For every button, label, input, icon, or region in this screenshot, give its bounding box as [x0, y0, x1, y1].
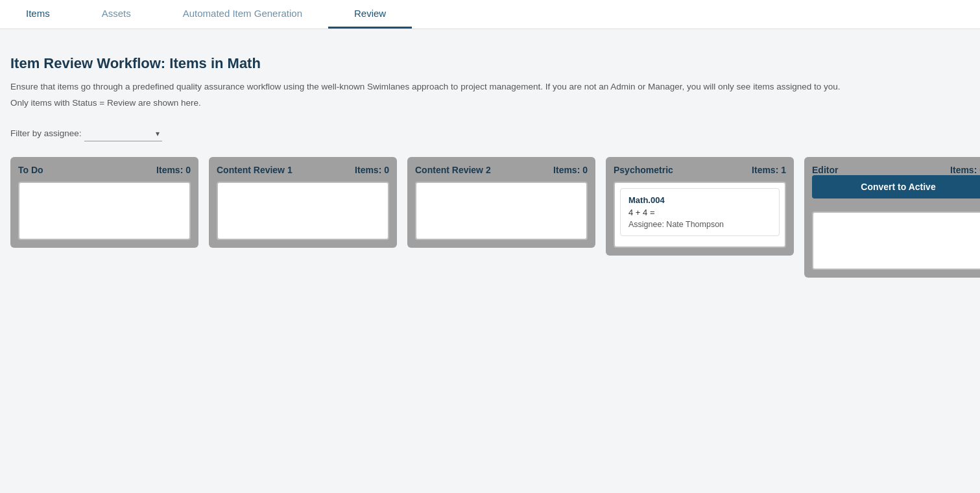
tab-aig[interactable]: Automated Item Generation — [157, 0, 328, 29]
lane-content-editor — [812, 211, 980, 270]
assignee-filter-select[interactable] — [84, 126, 162, 141]
card-assignee: Assignee: Nate Thompson — [628, 220, 771, 229]
lane-content-psychometric: Math.0044 + 4 =Assignee: Nate Thompson — [614, 182, 786, 248]
lane-header-editor: EditorItems: 0 — [812, 165, 980, 175]
lane-count-to-do: Items: 0 — [156, 165, 191, 175]
tab-review[interactable]: Review — [328, 0, 412, 29]
tab-items[interactable]: Items — [0, 0, 76, 29]
lane-title-content-review-1: Content Review 1 — [217, 165, 293, 175]
lane-count-editor: Items: 0 — [950, 165, 980, 175]
card-id: Math.004 — [628, 195, 771, 205]
filter-select-wrapper: ▾ — [84, 126, 162, 141]
lane-count-content-review-2: Items: 0 — [553, 165, 588, 175]
convert-to-active-button[interactable]: Convert to Active — [812, 175, 980, 198]
lane-title-content-review-2: Content Review 2 — [415, 165, 491, 175]
lane-title-to-do: To Do — [18, 165, 43, 175]
lane-to-do: To DoItems: 0 — [10, 157, 198, 248]
lane-content-review-2: Content Review 2Items: 0 — [407, 157, 595, 248]
lane-title-editor: Editor — [812, 165, 838, 175]
page-note: Only items with Status = Review are show… — [10, 98, 970, 108]
tab-assets[interactable]: Assets — [76, 0, 157, 29]
page-title: Item Review Workflow: Items in Math — [10, 55, 970, 72]
lane-count-content-review-1: Items: 0 — [355, 165, 389, 175]
lane-title-psychometric: Psychometric — [614, 165, 673, 175]
lane-header-content-review-1: Content Review 1Items: 0 — [217, 165, 389, 175]
filter-label: Filter by assignee: — [10, 128, 82, 138]
page-description: Ensure that items go through a predefine… — [10, 80, 970, 94]
tab-bar: ItemsAssetsAutomated Item GenerationRevi… — [0, 0, 980, 29]
lane-content-to-do — [18, 182, 191, 240]
swimlanes-container: To DoItems: 0Content Review 1Items: 0Con… — [10, 157, 970, 278]
lane-content-content-review-2 — [415, 182, 588, 240]
lane-psychometric: PsychometricItems: 1Math.0044 + 4 =Assig… — [606, 157, 794, 256]
card-Math.004[interactable]: Math.0044 + 4 =Assignee: Nate Thompson — [620, 188, 780, 236]
card-text: 4 + 4 = — [628, 208, 771, 217]
lane-header-psychometric: PsychometricItems: 1 — [614, 165, 786, 175]
filter-row: Filter by assignee: ▾ — [10, 126, 970, 141]
lane-header-content-review-2: Content Review 2Items: 0 — [415, 165, 588, 175]
lane-count-psychometric: Items: 1 — [752, 165, 786, 175]
lane-header-to-do: To DoItems: 0 — [18, 165, 191, 175]
lane-editor: EditorItems: 0Convert to Active — [804, 157, 980, 278]
lane-content-review-1: Content Review 1Items: 0 — [209, 157, 397, 248]
lane-content-content-review-1 — [217, 182, 389, 240]
